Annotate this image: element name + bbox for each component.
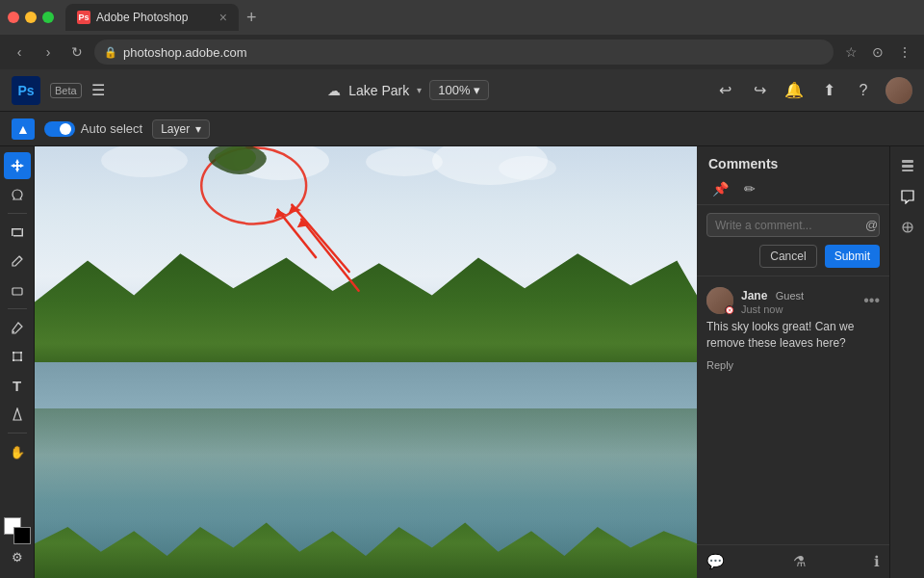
comment-meta: Jane Guest Just now: [741, 286, 856, 315]
cloud-5: [101, 146, 188, 177]
user-avatar[interactable]: [886, 77, 912, 104]
right-icon-strip: [889, 146, 924, 578]
eyedropper-tool-button[interactable]: [4, 314, 31, 341]
cloud-icon: ☁: [327, 83, 341, 98]
options-toolbar: ▲ Auto select Layer ▾: [0, 112, 924, 146]
landscape: [35, 146, 697, 578]
svg-rect-6: [13, 353, 21, 360]
app-header: Ps Beta ☰ ☁ Lake Park ▾ 100% ▾ ↩ ↪ 🔔 ⬆ ?: [0, 69, 924, 112]
color-swatches[interactable]: [4, 517, 31, 544]
comment-username: Jane: [741, 289, 767, 302]
move-tool-button[interactable]: [4, 152, 31, 179]
app-container: Ps Beta ☰ ☁ Lake Park ▾ 100% ▾ ↩ ↪ 🔔 ⬆ ?…: [0, 69, 924, 578]
ps-logo: Ps: [12, 76, 40, 105]
tab-close-button[interactable]: ×: [219, 10, 227, 25]
canvas-area[interactable]: [35, 146, 697, 578]
tab-favicon: Ps: [77, 11, 90, 24]
tab-title: Adobe Photoshop: [96, 11, 188, 24]
browser-chrome: Ps Adobe Photoshop × + ‹ › ↻ 🔒 photoshop…: [0, 0, 924, 69]
header-center: ☁ Lake Park ▾ 100% ▾: [115, 80, 703, 100]
lasso-tool-button[interactable]: [4, 181, 31, 208]
zoom-control[interactable]: 100% ▾: [429, 80, 489, 100]
comments-header: Comments 📌 ✏: [697, 146, 889, 205]
filter-icon[interactable]: ⚗: [793, 553, 806, 570]
bookmark-button[interactable]: ☆: [839, 40, 862, 64]
transform-tool-button[interactable]: [4, 343, 31, 370]
brush-tool-button[interactable]: [4, 248, 31, 275]
comment-user-row: ✕ Jane Guest Just now •••: [706, 286, 880, 315]
comment-more-button[interactable]: •••: [863, 292, 880, 309]
header-right: ↩ ↪ 🔔 ⬆ ?: [712, 77, 912, 104]
new-tab-button[interactable]: +: [243, 8, 261, 28]
reply-button[interactable]: Reply: [706, 359, 733, 371]
mention-button[interactable]: @: [865, 218, 878, 232]
comments-panel-button[interactable]: [894, 183, 921, 210]
pin-comment-button[interactable]: 📌: [708, 179, 732, 198]
eraser-tool-button[interactable]: [4, 276, 31, 303]
layers-panel-button[interactable]: [894, 152, 921, 179]
adjustments-panel-button[interactable]: [894, 214, 921, 241]
address-text: photoshop.adobe.com: [123, 45, 247, 60]
left-toolbar: T ✋ ⚙: [0, 146, 35, 578]
redo-button[interactable]: ↪: [747, 78, 772, 103]
svg-rect-18: [902, 160, 913, 163]
zoom-level: 100%: [438, 83, 470, 97]
minimize-window-button[interactable]: [25, 12, 37, 23]
crop-tool-button[interactable]: [4, 219, 31, 246]
svg-rect-20: [902, 170, 913, 171]
svg-rect-1: [12, 228, 21, 230]
toggle-switch[interactable]: [44, 121, 75, 137]
comment-time: Just now: [741, 303, 856, 315]
submit-comment-button[interactable]: Submit: [825, 245, 880, 268]
draw-comment-button[interactable]: ✏: [740, 179, 759, 198]
tool-separator-1: [8, 213, 27, 214]
more-button[interactable]: ⋮: [893, 40, 916, 64]
svg-rect-8: [20, 352, 22, 354]
maximize-window-button[interactable]: [42, 12, 54, 23]
profile-button[interactable]: ⊙: [866, 40, 889, 64]
close-window-button[interactable]: [8, 12, 19, 23]
layer-select[interactable]: Layer ▾: [152, 119, 210, 139]
background-color[interactable]: [13, 527, 31, 544]
hand-tool-button[interactable]: ✋: [4, 438, 31, 465]
active-tab[interactable]: Ps Adobe Photoshop ×: [65, 4, 239, 31]
auto-select-label: Auto select: [81, 121, 142, 136]
beta-badge: Beta: [50, 83, 82, 98]
info-icon[interactable]: ℹ: [874, 553, 880, 570]
reload-button[interactable]: ↻: [65, 40, 89, 64]
svg-rect-4: [13, 288, 22, 295]
cloud-1: [233, 146, 329, 180]
panel-bottom: 💬 ⚗ ℹ: [697, 544, 889, 578]
menu-button[interactable]: ☰: [91, 81, 105, 99]
svg-point-5: [13, 331, 14, 333]
cloud-2: [366, 147, 443, 176]
comment-input-area: @ Cancel Submit: [697, 205, 889, 276]
help-button[interactable]: ?: [851, 78, 876, 103]
avatar-badge: ✕: [725, 305, 734, 315]
cancel-comment-button[interactable]: Cancel: [759, 245, 816, 268]
pen-tool-button[interactable]: ⚙: [12, 550, 23, 565]
address-bar[interactable]: 🔒 photoshop.adobe.com: [94, 39, 834, 65]
project-dropdown-arrow[interactable]: ▾: [417, 85, 422, 95]
comment-list-icon[interactable]: 💬: [706, 553, 725, 570]
text-tool-button[interactable]: T: [4, 372, 31, 399]
svg-rect-2: [21, 228, 23, 236]
comment-input[interactable]: [715, 219, 860, 232]
share-button[interactable]: ⬆: [816, 78, 841, 103]
undo-button[interactable]: ↩: [712, 78, 737, 103]
auto-select-toggle[interactable]: Auto select: [44, 121, 142, 137]
address-bar-row: ‹ › ↻ 🔒 photoshop.adobe.com ☆ ⊙ ⋮: [0, 35, 924, 69]
shape-tool-button[interactable]: [4, 401, 31, 428]
security-icon: 🔒: [104, 46, 117, 59]
notifications-button[interactable]: 🔔: [782, 78, 807, 103]
main-workspace: T ✋ ⚙: [0, 146, 924, 578]
back-button[interactable]: ‹: [8, 40, 31, 64]
comment-actions: Cancel Submit: [706, 245, 880, 268]
forward-button[interactable]: ›: [37, 40, 60, 64]
svg-rect-19: [902, 165, 913, 168]
comment-input-wrapper: @: [706, 213, 880, 237]
move-tool-active-icon: ▲: [12, 118, 35, 140]
traffic-lights: [8, 12, 54, 23]
comments-panel: Comments 📌 ✏ @ Cancel Submit: [697, 146, 889, 578]
layer-select-arrow: ▾: [195, 122, 201, 136]
